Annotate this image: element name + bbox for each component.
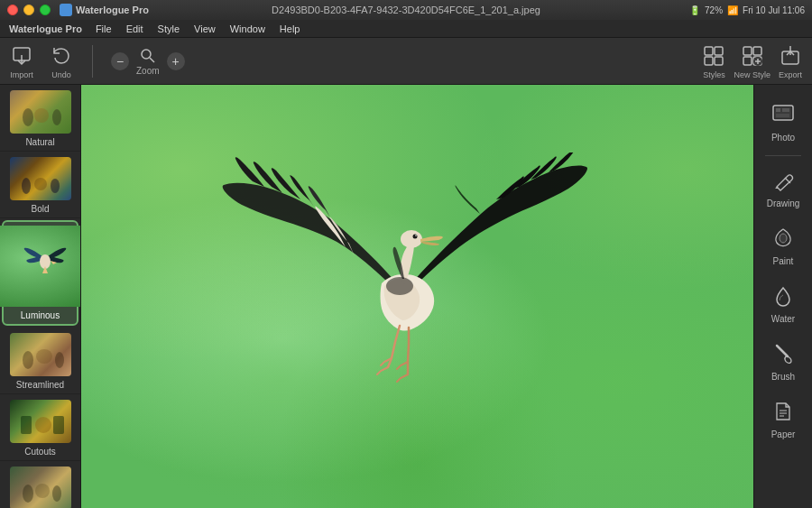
export-icon — [778, 43, 803, 69]
style-item-travelogue[interactable]: Travelogue — [0, 461, 80, 508]
style-name-bold: Bold — [31, 204, 49, 214]
water-icon — [771, 284, 795, 311]
zoom-in-button[interactable]: + — [167, 52, 185, 70]
style-item-cutouts[interactable]: Cutouts — [0, 394, 80, 461]
minimize-button[interactable] — [23, 5, 34, 15]
title-bar-right: 🔋 72% 📶 Fri 10 Jul 11:06 — [689, 5, 805, 15]
toolbar-separator-1 — [92, 45, 93, 78]
battery-icon: 🔋 — [689, 5, 700, 15]
svg-point-24 — [23, 351, 33, 369]
style-name-natural: Natural — [25, 137, 54, 147]
export-button[interactable]: Export — [778, 43, 803, 79]
menu-view[interactable]: View — [188, 22, 222, 36]
style-item-natural[interactable]: Natural — [0, 85, 80, 152]
svg-point-19 — [52, 109, 61, 125]
svg-point-32 — [52, 485, 61, 502]
datetime: Fri 10 Jul 11:06 — [743, 5, 805, 15]
svg-point-39 — [401, 230, 422, 248]
style-thumb-bold — [10, 157, 71, 200]
svg-rect-10 — [743, 57, 752, 65]
photo-icon — [770, 101, 796, 130]
style-thumb-travelogue — [10, 466, 71, 508]
style-thumb-cutouts — [10, 400, 71, 443]
style-sidebar: Natural Bold — [0, 85, 81, 508]
import-icon — [9, 43, 34, 69]
menu-app-title: Waterlogue Pro — [9, 23, 82, 34]
new-style-icon — [740, 43, 765, 69]
style-name-streamlined: Streamlined — [16, 380, 64, 390]
svg-rect-6 — [705, 57, 713, 65]
system-status: 🔋 72% 📶 Fri 10 Jul 11:06 — [689, 5, 805, 15]
svg-rect-5 — [715, 47, 723, 55]
svg-line-3 — [150, 58, 154, 62]
new-style-button[interactable]: New Style — [734, 43, 770, 79]
app-icon — [60, 4, 72, 16]
undo-icon — [49, 43, 74, 69]
svg-point-21 — [34, 178, 47, 190]
svg-rect-46 — [782, 108, 789, 112]
brush-tool[interactable]: Brush — [759, 335, 807, 389]
bird-image — [215, 152, 594, 441]
paint-tool[interactable]: Paint — [759, 219, 807, 273]
title-bar: Waterlogue Pro D2493BD0-B203-4FA7-9432-3… — [0, 0, 812, 20]
water-tool[interactable]: Water — [759, 277, 807, 331]
menu-bar: Waterlogue Pro File Edit Style View Wind… — [0, 20, 812, 38]
wifi-icon: 📶 — [727, 5, 738, 15]
menu-window[interactable]: Window — [224, 22, 272, 36]
zoom-out-button[interactable]: − — [111, 52, 129, 70]
svg-rect-9 — [753, 47, 761, 55]
menu-help[interactable]: Help — [273, 22, 307, 36]
svg-rect-29 — [53, 416, 64, 434]
svg-point-2 — [142, 50, 151, 59]
app-branding: Waterlogue Pro — [60, 4, 149, 16]
svg-point-20 — [22, 178, 31, 194]
svg-rect-45 — [776, 108, 780, 112]
right-panel: Photo Drawing Paint — [753, 85, 812, 508]
paper-tool[interactable]: Paper — [759, 393, 807, 447]
svg-point-40 — [412, 234, 417, 238]
canvas-area — [81, 85, 753, 508]
drawing-label: Drawing — [767, 199, 800, 208]
photo-tool[interactable]: Photo — [759, 94, 807, 150]
drawing-tool[interactable]: Drawing — [759, 162, 807, 216]
style-item-luminous[interactable]: Luminous — [2, 220, 78, 326]
toolbar: Import Undo − Zoom + — [0, 38, 812, 85]
styles-button[interactable]: Styles — [701, 43, 726, 79]
paint-icon — [771, 226, 795, 254]
brush-icon — [771, 342, 795, 369]
styles-label: Styles — [703, 70, 725, 79]
import-label: Import — [10, 70, 33, 79]
menu-app-name: Waterlogue Pro — [9, 23, 82, 34]
undo-button[interactable]: Undo — [49, 43, 74, 79]
zoom-text: Zoom — [136, 66, 160, 76]
app-name: Waterlogue Pro — [76, 5, 149, 15]
svg-rect-47 — [776, 114, 789, 117]
svg-point-18 — [34, 108, 49, 123]
svg-line-48 — [785, 178, 790, 183]
svg-point-49 — [780, 234, 787, 243]
zoom-label-group: Zoom — [136, 47, 160, 76]
right-separator-1 — [765, 155, 801, 156]
menu-edit[interactable]: Edit — [120, 22, 150, 36]
svg-point-42 — [386, 277, 413, 295]
menu-file[interactable]: File — [89, 22, 118, 36]
photo-label: Photo — [771, 133, 795, 143]
battery-level: 72% — [705, 5, 723, 15]
svg-point-41 — [415, 235, 417, 236]
undo-label: Undo — [51, 70, 71, 79]
svg-rect-27 — [21, 416, 32, 434]
brush-label: Brush — [771, 372, 795, 382]
toolbar-right: Styles New Style — [692, 38, 812, 84]
title-bar-left: Waterlogue Pro — [7, 4, 154, 16]
style-item-streamlined[interactable]: Streamlined — [0, 328, 80, 394]
style-name-luminous: Luminous — [21, 310, 60, 320]
maximize-button[interactable] — [40, 5, 51, 15]
paint-label: Paint — [773, 256, 794, 266]
style-item-bold[interactable]: Bold — [0, 152, 80, 218]
import-button[interactable]: Import — [9, 43, 34, 79]
close-button[interactable] — [7, 5, 18, 15]
menu-style[interactable]: Style — [152, 22, 186, 36]
style-thumb-luminous — [0, 226, 81, 307]
file-title: D2493BD0-B203-4FA7-9432-3D420D54FC6E_1_2… — [272, 5, 540, 15]
water-label: Water — [771, 314, 795, 324]
